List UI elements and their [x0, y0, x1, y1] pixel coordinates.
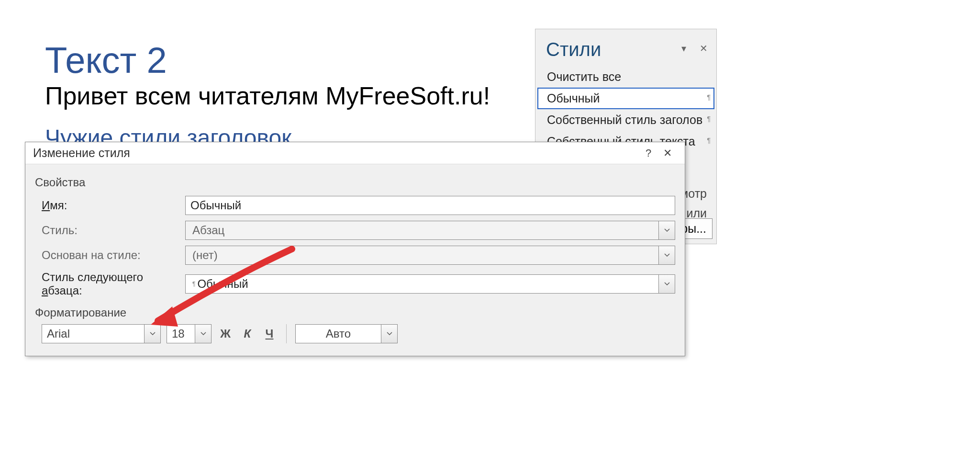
document-heading: Текст 2: [45, 39, 167, 81]
dialog-titlebar: Изменение стиля ? ✕: [25, 142, 685, 164]
style-item-custom-heading[interactable]: Собственный стиль заголов ¶: [537, 109, 714, 131]
based-on-dropdown[interactable]: [659, 246, 675, 265]
style-item-label: Очистить все: [547, 70, 621, 83]
pilcrow-icon: ¶: [192, 281, 195, 287]
pilcrow-icon: ¶: [707, 93, 711, 101]
pilcrow-icon: ¶: [707, 136, 711, 144]
dialog-close-button[interactable]: ✕: [658, 147, 677, 159]
properties-section-label: Свойства: [35, 176, 675, 189]
style-item-normal[interactable]: Обычный ¶: [537, 88, 714, 109]
document-line-1: Привет всем читателям MyFreeSoft.ru!: [45, 81, 490, 110]
style-item-label: Обычный: [547, 91, 600, 105]
pilcrow-icon: ¶: [707, 115, 711, 123]
style-type-dropdown[interactable]: [659, 221, 675, 240]
name-label: Имя:: [42, 199, 185, 212]
panel-options-icon[interactable]: ▾: [681, 43, 686, 54]
font-color-combo[interactable]: Авто: [295, 324, 381, 343]
next-paragraph-label: Стиль следующего абзаца:: [42, 271, 185, 297]
dialog-help-button[interactable]: ?: [639, 147, 658, 159]
modify-style-dialog: Изменение стиля ? ✕ Свойства Имя: Стиль:…: [25, 142, 685, 356]
formatting-section-label: Форматирование: [35, 306, 675, 319]
next-paragraph-combo[interactable]: ¶ Обычный: [185, 274, 659, 294]
next-paragraph-dropdown[interactable]: [659, 274, 675, 294]
font-dropdown[interactable]: [145, 324, 161, 343]
based-on-label: Основан на стиле:: [42, 249, 185, 262]
name-input[interactable]: [185, 196, 675, 215]
separator: [286, 324, 287, 343]
style-type-label: Стиль:: [42, 224, 185, 237]
styles-list: Очистить все Обычный ¶ Собственный стиль…: [535, 66, 716, 152]
font-combo[interactable]: Arial: [42, 324, 145, 343]
style-item-clear-all[interactable]: Очистить все: [537, 66, 714, 88]
bold-button[interactable]: Ж: [217, 324, 234, 343]
style-type-combo: Абзац: [185, 221, 659, 240]
font-size-combo[interactable]: 18: [167, 324, 195, 343]
underline-button[interactable]: Ч: [261, 324, 278, 343]
panel-close-icon[interactable]: ✕: [700, 43, 708, 54]
dialog-title: Изменение стиля: [33, 146, 130, 160]
italic-button[interactable]: К: [239, 324, 256, 343]
style-item-label: Собственный стиль заголов: [547, 113, 702, 126]
font-size-dropdown[interactable]: [195, 324, 212, 343]
based-on-combo[interactable]: (нет): [185, 246, 659, 265]
font-color-dropdown[interactable]: [381, 324, 398, 343]
